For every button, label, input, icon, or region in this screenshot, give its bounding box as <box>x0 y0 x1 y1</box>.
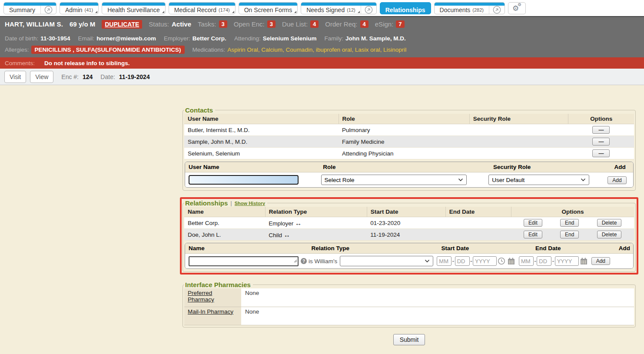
chevron-down-icon <box>425 259 430 263</box>
delete-relationship-button[interactable]: Delete <box>597 219 622 227</box>
tab-summary[interactable]: Summary <box>3 2 56 14</box>
contact-role: Pulmonary <box>339 124 469 136</box>
add-relationship-header-end-date: End Date <box>532 243 615 253</box>
open-enc-label: Open Enc: <box>234 20 265 28</box>
relationships-header-start-date: Start Date <box>367 207 445 217</box>
contact-user-name: Selenium, Selenium <box>184 148 339 159</box>
chevron-down-icon <box>581 178 586 182</box>
attending-value: Selenium Selenium <box>263 35 317 42</box>
remove-contact-button[interactable]: — <box>592 138 610 146</box>
relationship-type: Child ↔ <box>265 229 367 241</box>
tab-accent <box>169 3 235 6</box>
add-relationship-header-relation-type: Relation Type <box>308 243 438 253</box>
relationship-start-date: 11-19-2024 <box>367 229 445 241</box>
popout-icon[interactable] <box>40 6 56 14</box>
tab-accent <box>102 3 165 6</box>
allergies-label: Allergies: <box>5 46 29 53</box>
start-year-input[interactable] <box>473 256 497 266</box>
end-month-input[interactable] <box>519 256 534 266</box>
tab-count: (12) <box>347 7 355 13</box>
remove-contact-button[interactable]: — <box>592 149 610 157</box>
relation-type-select[interactable] <box>340 256 433 266</box>
tab-documents[interactable]: Documents (282) <box>434 2 505 14</box>
tab-health-surveillance[interactable]: Health Surveillance <box>102 2 166 14</box>
start-day-input[interactable] <box>455 256 470 266</box>
contacts-header-role: Role <box>339 114 469 124</box>
preferred-pharmacy-link[interactable]: Preferred Pharmacy <box>188 290 214 303</box>
security-role-select-value: User Default <box>492 177 524 183</box>
end-day-input[interactable] <box>537 256 551 266</box>
security-role-select[interactable]: User Default <box>488 175 589 185</box>
employer-label: Employer: <box>164 35 190 42</box>
tab-label: Summary <box>9 7 35 13</box>
resize-grip-icon[interactable] <box>294 257 297 265</box>
tab-count: (41) <box>85 7 93 13</box>
popout-icon[interactable] <box>361 6 376 14</box>
bidirectional-arrow-icon: ↔ <box>295 219 302 227</box>
enc-date-value: 11-19-2024 <box>119 73 150 80</box>
open-enc-badge[interactable]: 3 <box>267 20 276 28</box>
show-history-link[interactable]: Show History <box>235 201 265 206</box>
add-relationship-header-start-date: Start Date <box>438 243 532 253</box>
tasks-badge[interactable]: 3 <box>219 20 227 28</box>
visit-button[interactable]: Visit <box>4 71 26 83</box>
duplicate-flag[interactable]: DUPLICATE <box>102 20 142 29</box>
relationship-start-date: 01-23-2020 <box>367 217 445 229</box>
allergies-value[interactable]: PENICILLINS , SULFA(SULFONAMIDE ANTIBIOT… <box>31 46 185 54</box>
tab-on-screen-forms[interactable]: On Screen Forms <box>239 2 298 14</box>
relationships-highlight-border: Relationships | Show History Name Relati… <box>180 197 638 275</box>
add-contact-header-add: Add <box>611 162 633 172</box>
contact-user-name: Sample, John M., M.D. <box>184 136 339 148</box>
comments-label: Comments: <box>5 60 35 66</box>
esign-badge[interactable]: 7 <box>396 20 404 28</box>
role-select[interactable]: Select Role <box>321 175 467 185</box>
contacts-table: User Name Role Security Role Options But… <box>184 114 634 159</box>
table-row: Butler, Internist E., M.D. Pulmonary — <box>184 124 634 136</box>
contacts-header-options: Options <box>568 114 634 124</box>
role-select-value: Select Role <box>325 177 355 183</box>
start-month-input[interactable] <box>437 256 451 266</box>
tab-label: Admin <box>65 7 83 13</box>
tab-medical-record[interactable]: Medical Record (174) <box>169 2 236 14</box>
popout-icon[interactable] <box>489 6 505 14</box>
delete-relationship-button[interactable]: Delete <box>597 231 622 238</box>
clock-icon[interactable] <box>498 257 505 265</box>
submit-button[interactable]: Submit <box>393 334 425 345</box>
medications-list[interactable]: Aspirin Oral, Calcium, Coumadin, ibuprof… <box>227 46 406 53</box>
chevron-down-icon <box>458 178 463 182</box>
tab-count: (282) <box>472 7 484 13</box>
relationships-header-options: Options <box>511 207 634 217</box>
enc-number-label: Enc #: <box>61 73 79 80</box>
tab-admin[interactable]: Admin (41) <box>60 2 99 14</box>
relationship-type: Employer ↔ <box>265 217 367 229</box>
edit-relationship-button[interactable]: Edit <box>524 219 542 227</box>
end-relationship-button[interactable]: End <box>560 219 579 227</box>
end-relationship-button[interactable]: End <box>560 231 579 238</box>
due-list-badge[interactable]: 4 <box>310 20 319 28</box>
contact-role: Family Medicine <box>339 136 469 148</box>
settings-button[interactable]: ⚙ ⚙ <box>508 2 526 14</box>
order-req-badge[interactable]: 4 <box>360 20 368 28</box>
table-row: Selenium, Selenium Attending Physician — <box>184 148 634 159</box>
tab-label: On Screen Forms <box>244 7 292 13</box>
tab-needs-signed[interactable]: Needs Signed (12) <box>301 2 377 14</box>
help-icon[interactable]: ? <box>301 258 307 264</box>
contact-security-role <box>469 124 568 136</box>
mail-in-pharmacy-link[interactable]: Mail-In Pharmacy <box>188 308 233 315</box>
remove-contact-button[interactable]: — <box>592 126 610 134</box>
due-list-label: Due List: <box>282 20 308 28</box>
user-name-input[interactable] <box>189 175 299 185</box>
email-label: Email: <box>78 35 95 42</box>
calendar-icon[interactable] <box>580 257 588 265</box>
calendar-icon[interactable] <box>507 257 515 265</box>
add-relationship-button[interactable]: Add <box>591 257 610 265</box>
relationships-header-relation-type: Relation Type <box>265 207 367 217</box>
relationship-name-input[interactable] <box>189 256 299 266</box>
tab-relationships[interactable]: Relationships <box>380 2 431 14</box>
enc-number-value: 124 <box>83 73 93 80</box>
edit-relationship-button[interactable]: Edit <box>524 231 542 238</box>
view-button[interactable]: View <box>30 71 53 83</box>
email-value: horner@mieweb.com <box>96 35 156 42</box>
end-year-input[interactable] <box>555 256 579 266</box>
add-contact-button[interactable]: Add <box>607 176 626 184</box>
